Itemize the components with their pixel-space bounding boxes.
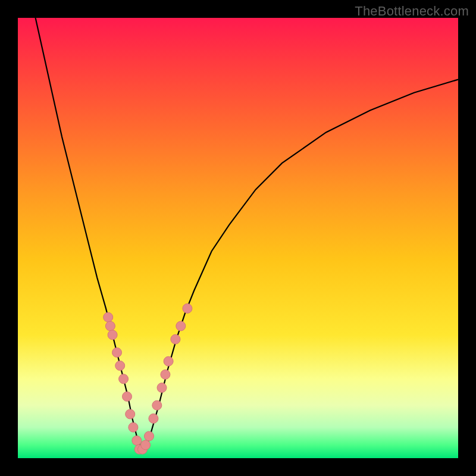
curve-marker bbox=[149, 414, 158, 423]
curve-marker bbox=[115, 361, 125, 371]
curve-marker bbox=[119, 374, 129, 384]
curve-marker bbox=[123, 392, 132, 401]
curve-svg bbox=[18, 18, 458, 458]
watermark-text: TheBottleneck.com bbox=[355, 4, 469, 19]
curve-marker bbox=[183, 303, 192, 313]
curve-marker bbox=[108, 330, 117, 340]
curve-marker bbox=[112, 347, 122, 357]
curve-marker bbox=[171, 334, 180, 344]
curve-marker bbox=[141, 440, 151, 450]
curve-marker bbox=[164, 356, 173, 366]
curve-marker bbox=[132, 436, 142, 445]
curve-marker bbox=[105, 321, 115, 331]
bottleneck-curve bbox=[36, 18, 458, 449]
curve-marker bbox=[126, 409, 135, 419]
curve-markers bbox=[104, 303, 192, 454]
curve-marker bbox=[157, 383, 167, 393]
curve-marker bbox=[145, 431, 154, 441]
curve-marker bbox=[152, 400, 162, 410]
plot-area bbox=[18, 18, 458, 458]
curve-marker bbox=[161, 369, 170, 379]
chart-frame: TheBottleneck.com bbox=[0, 0, 476, 476]
curve-marker bbox=[129, 422, 138, 432]
curve-marker bbox=[176, 321, 186, 331]
curve-marker bbox=[104, 312, 113, 322]
